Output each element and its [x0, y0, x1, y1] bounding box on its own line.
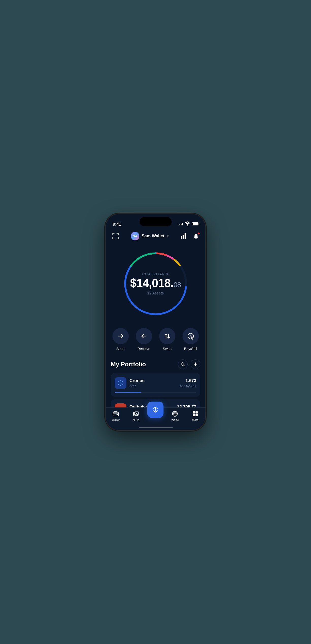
cronos-left: C Cronos 32% [115, 377, 145, 389]
svg-point-12 [195, 238, 197, 239]
cronos-card-inner: C Cronos 32% 1.673 $43,023.34 [115, 377, 196, 389]
signal-bar-4 [182, 223, 183, 225]
svg-rect-47 [195, 414, 198, 416]
signal-bar-1 [178, 225, 179, 225]
search-button[interactable] [178, 359, 188, 369]
web3-nav-label: Web3 [171, 418, 179, 421]
buysell-icon: $ [183, 328, 199, 344]
assets-count: 12 Assets [130, 291, 181, 295]
wifi-icon [184, 221, 190, 227]
cronos-progress-fill [115, 392, 141, 393]
home-indicator [139, 427, 173, 428]
wallet-nav-label: Wallet [112, 418, 120, 421]
header-right-icons [179, 232, 200, 240]
cronos-name: Cronos [129, 378, 145, 383]
wallet-avatar: SW [131, 232, 139, 240]
buysell-label: Buy/Sell [184, 347, 197, 351]
asset-card-cronos[interactable]: C Cronos 32% 1.673 $43,023.34 [111, 373, 200, 397]
svg-rect-46 [193, 414, 195, 416]
balance-label: TOTAL BALANCE [130, 272, 181, 275]
nav-more[interactable]: More [186, 410, 204, 421]
cronos-right: 1.673 $43,023.34 [180, 378, 196, 388]
svg-text:C: C [120, 382, 121, 385]
nfts-nav-label: NFTs [133, 418, 139, 421]
analytics-button[interactable] [179, 232, 188, 240]
fab-button[interactable] [147, 402, 163, 418]
cronos-value: $43,023.34 [180, 384, 196, 388]
svg-line-29 [184, 365, 185, 366]
send-icon [112, 328, 129, 344]
svg-rect-45 [195, 411, 198, 414]
svg-point-28 [181, 362, 184, 365]
wallet-nav-icon [112, 410, 119, 417]
nav-nfts[interactable]: NFTs [127, 410, 145, 421]
signal-bar-3 [181, 224, 182, 225]
swap-label: Swap [163, 347, 172, 351]
portfolio-header-actions [178, 359, 200, 369]
more-nav-icon [192, 410, 199, 417]
cronos-amount: 1.673 [180, 378, 196, 383]
status-icons [178, 221, 198, 227]
nav-web3[interactable]: Web3 [166, 410, 184, 421]
battery-fill [193, 223, 198, 225]
signal-bars-icon [178, 222, 183, 225]
cronos-icon: C [115, 377, 126, 389]
add-button[interactable] [191, 359, 200, 369]
svg-rect-9 [181, 236, 182, 239]
balance-chart: TOTAL BALANCE $14,018.08 12 Assets [120, 248, 191, 319]
notification-button[interactable] [192, 232, 200, 240]
send-label: Send [116, 347, 125, 351]
svg-rect-34 [113, 412, 119, 416]
nav-fab-container [147, 407, 163, 418]
receive-label: Receive [137, 347, 150, 351]
svg-rect-8 [112, 236, 119, 236]
notification-dot [198, 232, 200, 235]
balance-text-overlay: TOTAL BALANCE $14,018.08 12 Assets [130, 272, 181, 295]
scan-icon[interactable] [111, 231, 120, 241]
balance-amount: $14,018.08 [130, 277, 181, 289]
cronos-name-info: Cronos 32% [129, 378, 145, 388]
signal-bar-2 [179, 224, 180, 225]
swap-button[interactable]: Swap [159, 328, 175, 351]
phone-frame: 9:41 [106, 214, 205, 430]
app-header: SW Sam Wallet ▾ [106, 229, 205, 243]
more-nav-label: More [192, 418, 199, 421]
svg-rect-35 [117, 414, 118, 415]
chevron-down-icon: ▾ [167, 234, 169, 238]
svg-rect-3 [118, 233, 119, 235]
swap-icon [159, 328, 175, 344]
battery-icon [192, 222, 198, 225]
action-buttons: Send Receive [106, 322, 205, 353]
nav-wallet[interactable]: Wallet [107, 410, 125, 421]
dynamic-island [140, 217, 172, 226]
wallet-name: Sam Wallet [141, 234, 164, 239]
send-button[interactable]: Send [112, 328, 129, 351]
svg-rect-11 [185, 233, 186, 239]
status-time: 9:41 [113, 222, 121, 227]
web3-nav-icon [171, 410, 178, 417]
receive-icon [136, 328, 152, 344]
svg-rect-44 [193, 411, 195, 414]
svg-rect-5 [112, 237, 113, 239]
svg-rect-36 [114, 411, 117, 412]
wallet-selector[interactable]: SW Sam Wallet ▾ [131, 232, 168, 240]
cronos-progress-bar [115, 392, 196, 393]
receive-button[interactable]: Receive [136, 328, 152, 351]
buysell-button[interactable]: $ Buy/Sell [183, 328, 199, 351]
portfolio-title: My Portfolio [111, 361, 146, 368]
portfolio-header: My Portfolio [111, 359, 200, 369]
svg-rect-1 [112, 233, 113, 235]
balance-section: TOTAL BALANCE $14,018.08 12 Assets [106, 243, 205, 322]
svg-rect-10 [183, 235, 184, 239]
cronos-percentage: 32% [129, 384, 145, 388]
nfts-nav-icon [133, 410, 140, 417]
svg-rect-7 [118, 237, 119, 239]
